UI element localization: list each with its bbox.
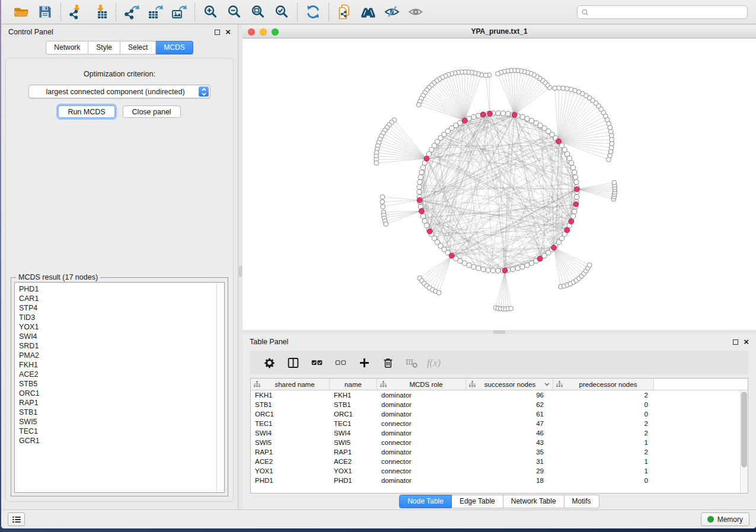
zoom-out-icon[interactable]: [225, 2, 244, 21]
table-cell[interactable]: RAP1: [251, 447, 330, 457]
table-cell[interactable]: STB1: [330, 400, 377, 409]
mcds-node[interactable]: [551, 245, 557, 251]
table-row[interactable]: STB1STB1dominator620: [251, 400, 748, 409]
zoom-in-icon[interactable]: [201, 2, 220, 21]
criterion-dropdown[interactable]: largest connected component (undirected): [28, 85, 210, 98]
column-header-name[interactable]: name: [330, 379, 377, 390]
table-cell[interactable]: STB1: [251, 400, 330, 409]
delete-table-icon[interactable]: [401, 353, 422, 372]
zoom-fit-icon[interactable]: [248, 2, 267, 21]
table-cell[interactable]: ACE2: [251, 457, 330, 466]
table-cell[interactable]: 0: [553, 476, 654, 485]
mcds-node[interactable]: [502, 268, 508, 273]
table-cell[interactable]: SWI5: [251, 438, 330, 447]
mcds-result-item[interactable]: STB5: [19, 379, 216, 389]
table-cell[interactable]: connector: [377, 419, 466, 428]
table-cell[interactable]: 2: [553, 419, 654, 428]
tab-select[interactable]: Select: [120, 41, 156, 55]
table-cell[interactable]: 43: [466, 438, 553, 447]
table-row[interactable]: RAP1RAP1dominator352: [251, 447, 748, 457]
memory-button[interactable]: Memory: [701, 512, 749, 526]
column-header-MCDS-role[interactable]: MCDS role: [377, 379, 466, 390]
table-cell[interactable]: 62: [466, 400, 553, 409]
mcds-result-item[interactable]: STP4: [19, 303, 216, 313]
mcds-result-item[interactable]: STB1: [19, 408, 216, 417]
zoom-selected-icon[interactable]: [272, 2, 291, 21]
table-cell[interactable]: 96: [466, 390, 553, 400]
mcds-node[interactable]: [480, 112, 486, 117]
table-row[interactable]: ORC1ORC1dominator610: [251, 409, 748, 419]
apply-function-icon[interactable]: f(x): [425, 353, 446, 372]
deselect-all-icon[interactable]: [330, 353, 351, 372]
save-session-icon[interactable]: [36, 2, 55, 21]
export-table-icon[interactable]: [146, 2, 165, 21]
table-cell[interactable]: 2: [553, 447, 654, 457]
vertical-splitter[interactable]: [238, 24, 243, 509]
mcds-node[interactable]: [512, 113, 517, 118]
table-cell[interactable]: dominator: [377, 428, 466, 438]
mcds-result-item[interactable]: GCR1: [19, 436, 216, 446]
mcds-result-item[interactable]: TID3: [19, 313, 216, 322]
float-panel-icon[interactable]: [215, 30, 220, 35]
table-cell[interactable]: SWI4: [251, 428, 330, 438]
table-cell[interactable]: 46: [466, 428, 553, 438]
table-cell[interactable]: SWI5: [330, 438, 377, 447]
mcds-result-item[interactable]: ORC1: [19, 389, 216, 398]
table-cell[interactable]: dominator: [377, 390, 466, 400]
add-row-icon[interactable]: [353, 353, 375, 372]
status-menu-button[interactable]: [8, 512, 25, 526]
import-network-icon[interactable]: [67, 2, 86, 21]
splitter-grip[interactable]: [493, 331, 505, 334]
table-cell[interactable]: YOX1: [251, 466, 330, 476]
table-row[interactable]: TEC1TEC1connector472: [251, 419, 748, 428]
list-scrollbar[interactable]: [216, 283, 224, 492]
mcds-node[interactable]: [556, 139, 562, 144]
mcds-result-item[interactable]: RAP1: [19, 398, 216, 408]
splitter-grip[interactable]: [239, 266, 242, 277]
mcds-result-item[interactable]: PMA2: [19, 351, 216, 360]
table-cell[interactable]: connector: [377, 457, 466, 466]
export-image-icon[interactable]: [170, 2, 189, 21]
table-cell[interactable]: dominator: [377, 476, 466, 485]
mcds-result-item[interactable]: PHD1: [19, 284, 216, 294]
table-cell[interactable]: 29: [466, 466, 553, 476]
table-cell[interactable]: 31: [466, 457, 553, 466]
tab-mcds[interactable]: MCDS: [156, 41, 193, 55]
scrollbar-thumb[interactable]: [741, 392, 747, 467]
show-graphics-details-icon[interactable]: [406, 2, 425, 21]
mcds-result-item[interactable]: YOX1: [19, 322, 216, 332]
table-row[interactable]: FKH1FKH1dominator962: [251, 390, 748, 400]
table-row[interactable]: YOX1YOX1connector291: [251, 466, 748, 476]
mcds-node[interactable]: [427, 229, 432, 234]
mcds-node[interactable]: [419, 209, 425, 214]
table-cell[interactable]: PHD1: [251, 476, 330, 485]
mcds-node[interactable]: [424, 156, 429, 161]
mcds-node[interactable]: [573, 201, 579, 207]
table-row[interactable]: ACE2ACE2connector311: [251, 457, 748, 466]
network-graph[interactable]: [243, 39, 756, 330]
tab-network-table[interactable]: Network Table: [503, 495, 564, 508]
mcds-result-item[interactable]: FKH1: [19, 360, 216, 370]
mcds-result-item[interactable]: SWI4: [19, 332, 216, 341]
mcds-result-item[interactable]: TEC1: [19, 427, 216, 436]
mcds-node[interactable]: [462, 118, 467, 123]
table-cell[interactable]: SWI4: [330, 428, 377, 438]
tab-style[interactable]: Style: [88, 41, 120, 55]
mcds-node[interactable]: [564, 227, 570, 233]
table-cell[interactable]: connector: [377, 466, 466, 476]
table-cell[interactable]: 1: [553, 457, 654, 466]
maximize-window-button[interactable]: [272, 28, 279, 36]
run-mcds-button[interactable]: Run MCDS: [58, 105, 114, 118]
export-network-icon[interactable]: [122, 2, 141, 21]
table-cell[interactable]: connector: [377, 438, 466, 447]
table-cell[interactable]: 1: [553, 438, 654, 447]
table-cell[interactable]: 1: [553, 466, 654, 476]
table-cell[interactable]: 47: [466, 419, 553, 428]
mcds-node[interactable]: [449, 253, 454, 258]
table-cell[interactable]: dominator: [377, 447, 466, 457]
table-cell[interactable]: TEC1: [330, 419, 377, 428]
delete-row-icon[interactable]: [377, 353, 398, 372]
table-cell[interactable]: PHD1: [330, 476, 377, 485]
table-cell[interactable]: RAP1: [330, 447, 377, 457]
import-table-icon[interactable]: [91, 2, 110, 21]
